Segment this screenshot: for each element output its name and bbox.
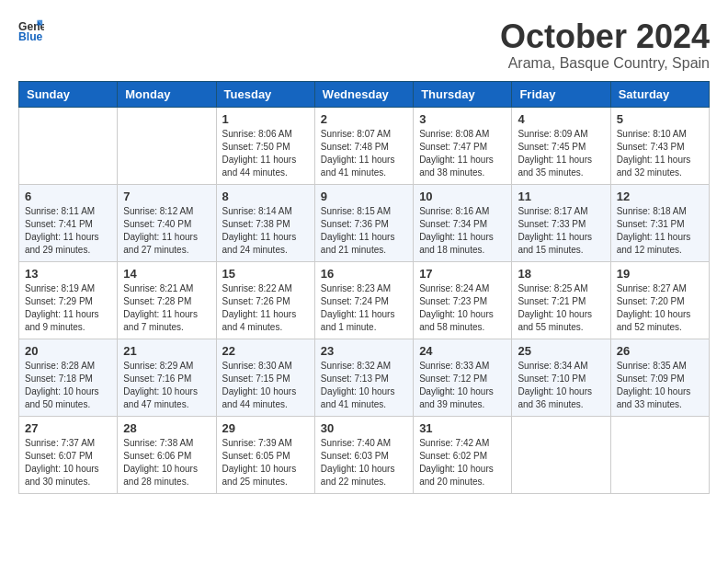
calendar-cell: 29Sunrise: 7:39 AM Sunset: 6:05 PM Dayli… [216,416,314,493]
day-info: Sunrise: 8:09 AM Sunset: 7:45 PM Dayligh… [518,128,604,179]
day-number: 4 [518,112,604,126]
day-info: Sunrise: 8:18 AM Sunset: 7:31 PM Dayligh… [617,205,703,257]
calendar-cell: 4Sunrise: 8:09 AM Sunset: 7:45 PM Daylig… [512,107,610,184]
day-number: 8 [222,190,309,203]
day-info: Sunrise: 8:07 AM Sunset: 7:48 PM Dayligh… [321,128,407,179]
day-number: 10 [419,190,506,203]
day-info: Sunrise: 8:21 AM Sunset: 7:28 PM Dayligh… [123,282,210,334]
day-info: Sunrise: 8:17 AM Sunset: 7:33 PM Dayligh… [518,205,604,257]
day-number: 31 [419,421,506,435]
calendar-cell: 26Sunrise: 8:35 AM Sunset: 7:09 PM Dayli… [610,339,709,416]
day-info: Sunrise: 7:42 AM Sunset: 6:02 PM Dayligh… [419,437,506,488]
day-number: 16 [321,267,407,281]
day-number: 3 [419,112,506,126]
day-info: Sunrise: 8:14 AM Sunset: 7:38 PM Dayligh… [222,205,309,257]
day-number: 24 [419,344,506,358]
calendar-week-row: 13Sunrise: 8:19 AM Sunset: 7:29 PM Dayli… [19,261,710,339]
title-area: October 2024 Arama, Basque Country, Spai… [500,18,710,72]
day-info: Sunrise: 7:40 AM Sunset: 6:03 PM Dayligh… [321,437,407,488]
day-number: 18 [518,267,604,281]
calendar-header-row: SundayMondayTuesdayWednesdayThursdayFrid… [19,81,710,107]
day-number: 28 [123,421,210,435]
calendar-cell [19,107,118,184]
day-info: Sunrise: 8:22 AM Sunset: 7:26 PM Dayligh… [222,282,309,334]
calendar-cell [610,416,709,493]
day-number: 12 [617,190,703,203]
day-info: Sunrise: 8:23 AM Sunset: 7:24 PM Dayligh… [321,282,407,334]
header-cell-sunday: Sunday [19,81,118,107]
day-info: Sunrise: 8:12 AM Sunset: 7:40 PM Dayligh… [123,205,210,257]
calendar-cell: 25Sunrise: 8:34 AM Sunset: 7:10 PM Dayli… [512,339,610,416]
day-number: 22 [222,344,309,358]
calendar-cell: 10Sunrise: 8:16 AM Sunset: 7:34 PM Dayli… [414,184,512,261]
day-info: Sunrise: 8:19 AM Sunset: 7:29 PM Dayligh… [25,282,111,334]
day-info: Sunrise: 8:27 AM Sunset: 7:20 PM Dayligh… [617,282,703,334]
day-number: 21 [123,344,210,358]
day-info: Sunrise: 7:39 AM Sunset: 6:05 PM Dayligh… [222,437,309,488]
calendar-cell: 31Sunrise: 7:42 AM Sunset: 6:02 PM Dayli… [414,416,512,493]
calendar-cell: 14Sunrise: 8:21 AM Sunset: 7:28 PM Dayli… [118,261,216,339]
calendar-cell: 22Sunrise: 8:30 AM Sunset: 7:15 PM Dayli… [216,339,314,416]
day-info: Sunrise: 8:24 AM Sunset: 7:23 PM Dayligh… [419,282,506,334]
calendar-cell: 8Sunrise: 8:14 AM Sunset: 7:38 PM Daylig… [216,184,314,261]
day-info: Sunrise: 8:32 AM Sunset: 7:13 PM Dayligh… [321,360,407,411]
location-title: Arama, Basque Country, Spain [500,55,710,72]
day-number: 5 [617,112,703,126]
calendar-cell: 12Sunrise: 8:18 AM Sunset: 7:31 PM Dayli… [610,184,709,261]
day-number: 23 [321,344,407,358]
day-info: Sunrise: 8:15 AM Sunset: 7:36 PM Dayligh… [321,205,407,257]
day-number: 13 [25,267,111,281]
day-info: Sunrise: 8:30 AM Sunset: 7:15 PM Dayligh… [222,360,309,411]
header-cell-thursday: Thursday [414,81,512,107]
calendar-cell: 6Sunrise: 8:11 AM Sunset: 7:41 PM Daylig… [19,184,118,261]
day-number: 26 [617,344,703,358]
day-info: Sunrise: 8:08 AM Sunset: 7:47 PM Dayligh… [419,128,506,179]
calendar-cell: 15Sunrise: 8:22 AM Sunset: 7:26 PM Dayli… [216,261,314,339]
logo-icon: General Blue [18,18,44,44]
day-number: 15 [222,267,309,281]
day-info: Sunrise: 7:38 AM Sunset: 6:06 PM Dayligh… [123,437,210,488]
calendar-cell: 24Sunrise: 8:33 AM Sunset: 7:12 PM Dayli… [414,339,512,416]
day-number: 17 [419,267,506,281]
header-cell-tuesday: Tuesday [216,81,314,107]
day-number: 11 [518,190,604,203]
calendar-week-row: 6Sunrise: 8:11 AM Sunset: 7:41 PM Daylig… [19,184,710,261]
day-info: Sunrise: 8:28 AM Sunset: 7:18 PM Dayligh… [25,360,111,411]
day-info: Sunrise: 8:16 AM Sunset: 7:34 PM Dayligh… [419,205,506,257]
day-info: Sunrise: 8:06 AM Sunset: 7:50 PM Dayligh… [222,128,309,179]
day-info: Sunrise: 8:11 AM Sunset: 7:41 PM Dayligh… [25,205,111,257]
logo: General Blue [18,18,44,44]
calendar-cell: 13Sunrise: 8:19 AM Sunset: 7:29 PM Dayli… [19,261,118,339]
calendar-table: SundayMondayTuesdayWednesdayThursdayFrid… [18,81,710,494]
calendar-cell: 18Sunrise: 8:25 AM Sunset: 7:21 PM Dayli… [512,261,610,339]
day-number: 27 [25,421,111,435]
header-cell-monday: Monday [118,81,216,107]
day-info: Sunrise: 8:10 AM Sunset: 7:43 PM Dayligh… [617,128,703,179]
day-info: Sunrise: 7:37 AM Sunset: 6:07 PM Dayligh… [25,437,111,488]
calendar-week-row: 27Sunrise: 7:37 AM Sunset: 6:07 PM Dayli… [19,416,710,493]
day-info: Sunrise: 8:33 AM Sunset: 7:12 PM Dayligh… [419,360,506,411]
day-info: Sunrise: 8:29 AM Sunset: 7:16 PM Dayligh… [123,360,210,411]
day-number: 29 [222,421,309,435]
day-info: Sunrise: 8:34 AM Sunset: 7:10 PM Dayligh… [518,360,604,411]
day-number: 14 [123,267,210,281]
day-number: 25 [518,344,604,358]
calendar-week-row: 1Sunrise: 8:06 AM Sunset: 7:50 PM Daylig… [19,107,710,184]
calendar-body: 1Sunrise: 8:06 AM Sunset: 7:50 PM Daylig… [19,107,710,493]
svg-text:Blue: Blue [18,30,43,43]
calendar-cell: 23Sunrise: 8:32 AM Sunset: 7:13 PM Dayli… [314,339,413,416]
calendar-cell: 27Sunrise: 7:37 AM Sunset: 6:07 PM Dayli… [19,416,118,493]
page-header: General Blue October 2024 Arama, Basque … [18,18,710,72]
calendar-cell: 21Sunrise: 8:29 AM Sunset: 7:16 PM Dayli… [118,339,216,416]
calendar-cell: 9Sunrise: 8:15 AM Sunset: 7:36 PM Daylig… [314,184,413,261]
month-title: October 2024 [500,18,710,55]
calendar-cell: 20Sunrise: 8:28 AM Sunset: 7:18 PM Dayli… [19,339,118,416]
day-number: 9 [321,190,407,203]
header-cell-wednesday: Wednesday [314,81,413,107]
calendar-cell: 30Sunrise: 7:40 AM Sunset: 6:03 PM Dayli… [314,416,413,493]
day-number: 6 [25,190,111,203]
day-number: 1 [222,112,309,126]
calendar-cell: 28Sunrise: 7:38 AM Sunset: 6:06 PM Dayli… [118,416,216,493]
calendar-week-row: 20Sunrise: 8:28 AM Sunset: 7:18 PM Dayli… [19,339,710,416]
day-number: 7 [123,190,210,203]
